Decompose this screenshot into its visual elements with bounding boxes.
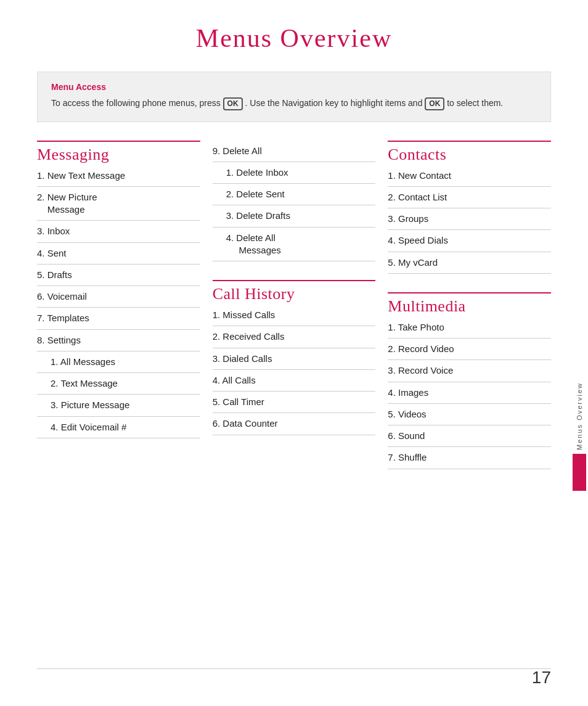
list-item: 4. Delete All Messages bbox=[213, 228, 376, 262]
list-item: 3. Record Voice bbox=[388, 360, 551, 382]
menu-access-middle: . Use the Navigation key to highlight it… bbox=[245, 98, 423, 108]
multimedia-title: Multimedia bbox=[388, 292, 551, 316]
list-item: 3. Groups bbox=[388, 208, 551, 230]
list-item: 1. Delete Inbox bbox=[213, 162, 376, 184]
list-item: 4. Sent bbox=[37, 243, 200, 265]
menu-access-after: to select them. bbox=[447, 98, 503, 108]
columns-area: Messaging 1. New Text Message 2. New Pic… bbox=[0, 141, 588, 494]
list-item: 2. Record Video bbox=[388, 339, 551, 360]
list-item: 5. My vCard bbox=[388, 252, 551, 274]
list-item: 4. Speed Dials bbox=[388, 230, 551, 252]
list-item: 6. Data Counter bbox=[213, 413, 376, 435]
ok-badge-2: OK bbox=[425, 97, 444, 110]
contacts-title: Contacts bbox=[388, 141, 551, 164]
bottom-rule bbox=[37, 668, 551, 669]
menu-access-title: Menu Access bbox=[51, 82, 537, 92]
list-item: 6. Voicemail bbox=[37, 286, 200, 308]
ok-badge-1: OK bbox=[223, 97, 243, 110]
messaging-title: Messaging bbox=[37, 141, 200, 164]
list-item: 5. Videos bbox=[388, 404, 551, 425]
list-item: 1. Missed Calls bbox=[213, 305, 376, 326]
list-item: 9. Delete All bbox=[213, 141, 376, 162]
list-item: 3. Dialed Calls bbox=[213, 348, 376, 370]
list-item: 7. Shuffle bbox=[388, 447, 551, 469]
list-item: 2. Text Message bbox=[37, 373, 200, 395]
list-item: 5. Call Timer bbox=[213, 392, 376, 413]
page-title: Menus Overview bbox=[0, 0, 588, 72]
list-item: 2. New Picture Message bbox=[37, 187, 200, 221]
side-tab-text: Menus Overview bbox=[576, 382, 583, 450]
menu-access-text: To access the following phone menus, pre… bbox=[51, 97, 537, 110]
side-tab: Menus Overview bbox=[571, 382, 588, 491]
menu-access-box: Menu Access To access the following phon… bbox=[37, 72, 551, 122]
col-contacts: Contacts 1. New Contact 2. Contact List … bbox=[388, 141, 563, 469]
list-item: 4. Images bbox=[388, 382, 551, 404]
page-number: 17 bbox=[532, 668, 551, 688]
list-item: 1. Take Photo bbox=[388, 317, 551, 339]
call-history-title: Call History bbox=[213, 280, 376, 303]
list-item: 6. Sound bbox=[388, 425, 551, 447]
col-messaging: Messaging 1. New Text Message 2. New Pic… bbox=[37, 141, 213, 469]
list-item: 1. All Messages bbox=[37, 351, 200, 373]
menu-access-before: To access the following phone menus, pre… bbox=[51, 98, 221, 108]
list-item: 3. Inbox bbox=[37, 221, 200, 242]
list-item: 3. Picture Message bbox=[37, 395, 200, 416]
list-item: 7. Templates bbox=[37, 308, 200, 329]
list-item: 1. New Text Message bbox=[37, 165, 200, 187]
list-item: 1. New Contact bbox=[388, 165, 551, 187]
list-item: 8. Settings bbox=[37, 330, 200, 351]
list-item: 2. Delete Sent bbox=[213, 184, 376, 205]
side-tab-bar bbox=[573, 454, 586, 491]
list-item: 4. All Calls bbox=[213, 370, 376, 392]
list-item: 2. Contact List bbox=[388, 187, 551, 208]
list-item: 3. Delete Drafts bbox=[213, 205, 376, 227]
col-messaging-cont: 9. Delete All 1. Delete Inbox 2. Delete … bbox=[213, 141, 388, 469]
list-item: 5. Drafts bbox=[37, 265, 200, 286]
list-item: 2. Received Calls bbox=[213, 326, 376, 348]
list-item: 4. Edit Voicemail # bbox=[37, 417, 200, 438]
